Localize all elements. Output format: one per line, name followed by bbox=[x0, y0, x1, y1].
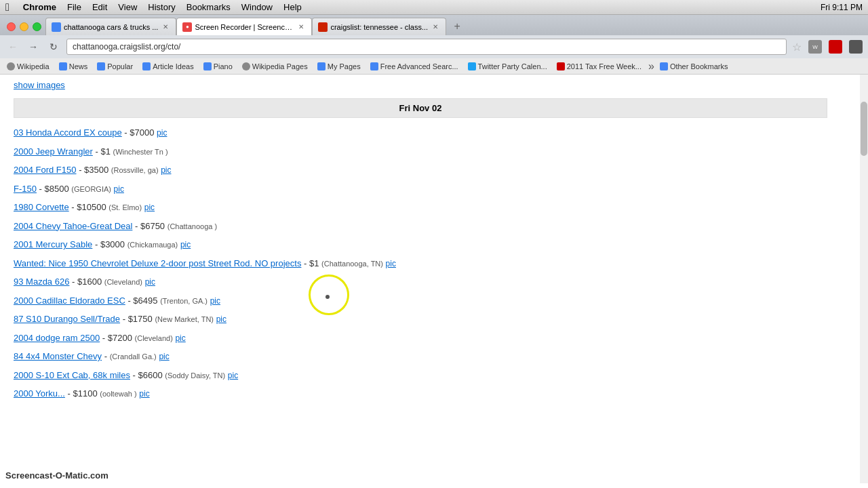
listing-2-title[interactable]: 2000 Jeep Wrangler bbox=[14, 146, 93, 157]
apple-menu[interactable]:  bbox=[5, 1, 9, 14]
listing-12-pic[interactable]: pic bbox=[175, 333, 185, 343]
maximize-window-button[interactable] bbox=[33, 22, 41, 31]
menu-edit[interactable]: Edit bbox=[87, 2, 113, 12]
scrollbar-thumb[interactable] bbox=[861, 102, 867, 156]
listing-1-pic[interactable]: pic bbox=[157, 128, 167, 138]
listing-3-price: - $3500 bbox=[79, 165, 108, 175]
listing-1-title[interactable]: 03 Honda Accord EX coupe bbox=[14, 127, 122, 138]
listing-5: 1980 Corvette - $10500 (St. Elmo) pic bbox=[14, 201, 827, 214]
bookmark-news[interactable]: News bbox=[55, 61, 92, 72]
listing-11-price: - $1750 bbox=[123, 314, 153, 324]
listing-12-title[interactable]: 2004 dodge ram 2500 bbox=[14, 333, 100, 343]
listing-14-pic[interactable]: pic bbox=[228, 371, 238, 380]
tab-1-close[interactable]: ✕ bbox=[161, 22, 170, 32]
bookmark-tax[interactable]: 2011 Tax Free Week... bbox=[553, 61, 646, 72]
content-area: show images Fri Nov 02 03 Honda Accord E… bbox=[0, 75, 841, 411]
menu-file[interactable]: File bbox=[62, 2, 87, 12]
listing-13-title[interactable]: 84 4x4 Monster Chevy bbox=[14, 351, 102, 361]
url-bar[interactable]: chattanooga.craigslist.org/cto/ bbox=[66, 39, 787, 55]
forward-button[interactable]: → bbox=[26, 39, 41, 54]
listing-4-pic[interactable]: pic bbox=[114, 184, 124, 194]
url-text: chattanooga.craigslist.org/cto/ bbox=[73, 42, 180, 52]
new-tab-button[interactable]: + bbox=[449, 20, 465, 33]
menu-chrome[interactable]: Chrome bbox=[18, 2, 62, 12]
menu-history[interactable]: History bbox=[142, 2, 180, 12]
show-images-link[interactable]: show images bbox=[14, 80, 827, 90]
bookmark-other[interactable]: Other Bookmarks bbox=[656, 61, 732, 72]
page-content: show images Fri Nov 02 03 Honda Accord E… bbox=[0, 75, 868, 483]
address-bar: ← → ↻ chattanooga.craigslist.org/cto/ ☆ … bbox=[0, 35, 868, 58]
bookmark-star-button[interactable]: ☆ bbox=[792, 41, 802, 54]
listing-9-pic[interactable]: pic bbox=[145, 277, 155, 287]
minimize-window-button[interactable] bbox=[20, 22, 28, 31]
tab-2[interactable]: ● Screen Recorder | Screencast... ✕ bbox=[176, 18, 312, 35]
tab-1[interactable]: chattanooga cars & trucks ... ✕ bbox=[45, 18, 176, 35]
listing-6-location: (Chattanooga ) bbox=[167, 222, 217, 230]
listing-5-title[interactable]: 1980 Corvette bbox=[14, 202, 69, 212]
listing-15-title[interactable]: 2000 Yorku... bbox=[14, 388, 65, 399]
listing-11-title[interactable]: 87 S10 Durango Sell/Trade bbox=[14, 314, 120, 324]
tab-bar: chattanooga cars & trucks ... ✕ ● Screen… bbox=[0, 15, 868, 35]
listing-1-price: - $7000 bbox=[124, 127, 154, 138]
bookmark-twitter[interactable]: Twitter Party Calen... bbox=[464, 61, 551, 72]
menu-time: Fri 9:11 PM bbox=[821, 3, 863, 12]
extension-button-3[interactable] bbox=[849, 40, 863, 54]
bookmark-piano-label: Piano bbox=[214, 62, 233, 70]
bookmarks-more-button[interactable]: » bbox=[648, 60, 654, 73]
listing-10-pic[interactable]: pic bbox=[210, 296, 220, 306]
listing-7-title[interactable]: 2001 Mercury Sable bbox=[14, 239, 92, 249]
listing-10-price: - $6495 bbox=[127, 296, 157, 306]
listing-8: Wanted: Nice 1950 Chevrolet Deluxe 2-doo… bbox=[14, 257, 827, 270]
tab-2-close[interactable]: ✕ bbox=[296, 22, 306, 32]
tab-3[interactable]: craigslist: tennessee - class... ✕ bbox=[312, 18, 446, 35]
back-button[interactable]: ← bbox=[5, 39, 20, 54]
listing-13-location: (Crandall Ga.) bbox=[110, 352, 157, 361]
bookmark-my-pages[interactable]: My Pages bbox=[313, 61, 365, 72]
bookmark-free-search-label: Free Advanced Searc... bbox=[380, 62, 458, 70]
listing-10-title[interactable]: 2000 Cadillac Eldorado ESC bbox=[14, 296, 125, 306]
listing-9-title[interactable]: 93 Mazda 626 bbox=[14, 277, 69, 287]
tab-3-title: craigslist: tennessee - class... bbox=[330, 23, 428, 31]
extension-button-1[interactable]: W bbox=[808, 40, 822, 54]
menu-view[interactable]: View bbox=[113, 2, 142, 12]
listing-15-pic[interactable]: pic bbox=[139, 389, 149, 399]
tab-3-close[interactable]: ✕ bbox=[431, 22, 440, 32]
bookmark-piano[interactable]: Piano bbox=[199, 61, 237, 72]
bookmark-popular[interactable]: Popular bbox=[93, 61, 137, 72]
bookmark-wikipedia[interactable]: Wikipedia bbox=[3, 61, 54, 72]
listing-3-pic[interactable]: pic bbox=[161, 165, 171, 175]
listing-14-title[interactable]: 2000 S-10 Ext Cab, 68k miles bbox=[14, 370, 130, 380]
listing-7-pic[interactable]: pic bbox=[180, 240, 191, 249]
listing-14: 2000 S-10 Ext Cab, 68k miles - $6600 (So… bbox=[14, 369, 827, 382]
bookmark-my-pages-icon bbox=[317, 62, 326, 70]
listing-8-pic[interactable]: pic bbox=[386, 259, 396, 268]
bookmark-free-search[interactable]: Free Advanced Searc... bbox=[366, 61, 462, 72]
bookmark-wiki-pages-label: Wikipedia Pages bbox=[252, 62, 308, 70]
menu-help[interactable]: Help bbox=[278, 2, 307, 12]
listing-3-location: (Rossville, ga) bbox=[111, 166, 159, 174]
listing-12: 2004 dodge ram 2500 - $7200 (Cleveland) … bbox=[14, 331, 827, 345]
extension-button-2[interactable] bbox=[829, 40, 842, 54]
listing-3-title[interactable]: 2004 Ford F150 bbox=[14, 165, 77, 175]
tab-2-favicon: ● bbox=[182, 22, 192, 32]
listing-15-location: (ooltewah ) bbox=[100, 390, 136, 398]
screencast-watermark: Screencast-O-Matic.com bbox=[0, 468, 114, 483]
bookmark-article-ideas[interactable]: Article Ideas bbox=[138, 61, 198, 72]
listing-4-title[interactable]: F-150 bbox=[14, 184, 37, 194]
listing-13-pic[interactable]: pic bbox=[159, 352, 169, 361]
menu-bookmarks[interactable]: Bookmarks bbox=[181, 2, 236, 12]
listing-11-pic[interactable]: pic bbox=[216, 314, 226, 324]
listing-8-title[interactable]: Wanted: Nice 1950 Chevrolet Deluxe 2-doo… bbox=[14, 258, 301, 268]
bookmark-news-icon bbox=[59, 62, 67, 70]
listing-5-location: (St. Elmo) bbox=[108, 203, 142, 211]
menu-window[interactable]: Window bbox=[236, 2, 278, 12]
reload-button[interactable]: ↻ bbox=[46, 39, 61, 54]
listing-10-location: (Trenton, GA.) bbox=[160, 297, 208, 305]
scrollbar[interactable] bbox=[860, 75, 868, 483]
bookmark-news-label: News bbox=[69, 62, 88, 70]
close-window-button[interactable] bbox=[7, 22, 16, 31]
listing-5-pic[interactable]: pic bbox=[144, 203, 155, 212]
bookmark-wikipedia-pages[interactable]: Wikipedia Pages bbox=[238, 61, 312, 72]
listing-6-title[interactable]: 2004 Chevy Tahoe-Great Deal bbox=[14, 221, 132, 231]
bookmark-twitter-icon bbox=[468, 62, 476, 70]
